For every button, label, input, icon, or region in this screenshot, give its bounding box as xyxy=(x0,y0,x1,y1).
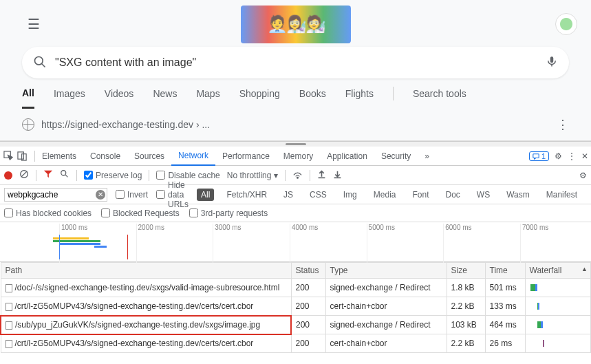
sep xyxy=(149,170,149,181)
type-manifest[interactable]: Manifest xyxy=(542,189,581,201)
device-icon[interactable] xyxy=(17,151,28,162)
svg-rect-14 xyxy=(334,177,341,178)
drag-handle[interactable] xyxy=(0,141,591,147)
type-font[interactable]: Font xyxy=(408,189,433,201)
dttab-console[interactable]: Console xyxy=(83,147,127,165)
table-row[interactable]: /doc/-/s/signed-exchange-testing.dev/sxg… xyxy=(1,279,591,297)
blocked-cookies-checkbox[interactable]: Has blocked cookies xyxy=(4,208,92,218)
svg-point-10 xyxy=(61,171,66,175)
type-css[interactable]: CSS xyxy=(305,189,331,201)
filter-icon[interactable] xyxy=(43,169,53,181)
type-doc[interactable]: Doc xyxy=(441,189,464,201)
search-box[interactable] xyxy=(22,47,569,78)
more-tabs-icon[interactable]: » xyxy=(418,147,436,165)
svg-line-11 xyxy=(65,175,68,178)
sep xyxy=(76,170,77,181)
network-table: Path Status Type Size Time Waterfall▲ /d… xyxy=(0,262,591,353)
table-row[interactable]: /sub/ypu_jZuGukVK/s/signed-exchange-test… xyxy=(1,316,591,334)
close-icon[interactable]: ✕ xyxy=(581,151,588,161)
search-tabs: All Images Videos News Maps Shopping Boo… xyxy=(0,78,591,109)
tab-all[interactable]: All xyxy=(22,87,34,109)
devtools-tabs: Elements Console Sources Network Perform… xyxy=(0,147,591,166)
table-row[interactable]: /crt/l-zG5oMUPv43/s/signed-exchange-test… xyxy=(1,334,591,353)
hide-urls-checkbox[interactable]: Hide data URLs xyxy=(156,180,189,209)
export-icon[interactable] xyxy=(333,170,342,181)
dttab-memory[interactable]: Memory xyxy=(277,147,320,165)
cell-status: 200 xyxy=(291,297,325,316)
avatar[interactable] xyxy=(555,13,577,35)
search-header: ☰ 🧑‍💼👩‍🔬🧑‍🔬 All Images Videos News Maps … xyxy=(0,0,591,141)
kebab-icon[interactable]: ⋮ xyxy=(568,151,576,161)
svg-point-12 xyxy=(297,177,299,178)
tab-maps[interactable]: Maps xyxy=(196,88,219,107)
preserve-log-checkbox[interactable]: Preserve log xyxy=(84,171,142,180)
logo-doodle[interactable]: 🧑‍💼👩‍🔬🧑‍🔬 xyxy=(241,6,351,43)
type-js[interactable]: JS xyxy=(279,189,297,201)
search-icon[interactable] xyxy=(60,169,69,181)
svg-rect-2 xyxy=(550,56,554,63)
cell-type: cert-chain+cbor xyxy=(325,334,447,353)
devtools-panel: Elements Console Sources Network Perform… xyxy=(0,147,591,353)
gear-icon[interactable]: ⚙ xyxy=(579,171,587,180)
filter-input[interactable] xyxy=(4,188,107,202)
disable-cache-checkbox[interactable]: Disable cache xyxy=(156,171,219,180)
type-media[interactable]: Media xyxy=(369,189,400,201)
cell-time: 501 ms xyxy=(485,279,525,297)
tab-books[interactable]: Books xyxy=(299,88,326,107)
tab-videos[interactable]: Videos xyxy=(105,88,134,107)
import-icon[interactable] xyxy=(317,170,326,181)
dttab-network[interactable]: Network xyxy=(171,147,215,166)
mic-icon[interactable] xyxy=(546,55,558,71)
type-img[interactable]: Img xyxy=(339,189,361,201)
tab-news[interactable]: News xyxy=(153,88,177,107)
inspect-icon[interactable] xyxy=(3,151,14,162)
divider xyxy=(393,87,394,100)
tab-images[interactable]: Images xyxy=(54,88,85,107)
clear-filter-icon[interactable]: ✕ xyxy=(96,190,105,200)
cell-waterfall xyxy=(525,297,591,316)
record-button[interactable] xyxy=(4,171,12,180)
search-tools[interactable]: Search tools xyxy=(413,88,466,107)
col-type[interactable]: Type xyxy=(325,263,447,279)
col-waterfall[interactable]: Waterfall▲ xyxy=(525,263,591,279)
cell-time: 133 ms xyxy=(485,297,525,316)
col-size[interactable]: Size xyxy=(447,263,485,279)
network-conditions-icon[interactable] xyxy=(292,169,303,182)
throttling-select[interactable]: No throttling ▾ xyxy=(227,171,279,180)
search-input[interactable] xyxy=(55,56,546,69)
table-row[interactable]: /crt/l-zG5oMUPv43/s/signed-exchange-test… xyxy=(1,297,591,316)
result-url[interactable]: https://signed-exchange-testing.dev › ..… xyxy=(41,119,210,130)
cell-path: /crt/l-zG5oMUPv43/s/signed-exchange-test… xyxy=(1,297,291,316)
table-header-row: Path Status Type Size Time Waterfall▲ xyxy=(1,263,591,279)
col-path[interactable]: Path xyxy=(1,263,291,279)
third-party-checkbox[interactable]: 3rd-party requests xyxy=(189,208,268,218)
tab-flights[interactable]: Flights xyxy=(345,88,374,107)
col-time[interactable]: Time xyxy=(485,263,525,279)
menu-icon[interactable]: ☰ xyxy=(28,16,40,32)
file-icon xyxy=(6,340,12,348)
type-wasm[interactable]: Wasm xyxy=(502,189,534,201)
dttab-application[interactable]: Application xyxy=(320,147,374,165)
cell-path: /doc/-/s/signed-exchange-testing.dev/sxg… xyxy=(1,279,291,297)
timeline-overview[interactable]: 1000 ms 2000 ms 3000 ms 4000 ms 5000 ms … xyxy=(0,222,591,262)
gear-icon[interactable]: ⚙ xyxy=(555,151,562,161)
dttab-elements[interactable]: Elements xyxy=(35,147,83,165)
type-ws[interactable]: WS xyxy=(473,189,494,201)
dttab-security[interactable]: Security xyxy=(374,147,418,165)
file-icon xyxy=(6,321,12,330)
dttab-sources[interactable]: Sources xyxy=(127,147,171,165)
dttab-performance[interactable]: Performance xyxy=(215,147,277,165)
type-all[interactable]: All xyxy=(197,189,214,201)
messages-badge[interactable]: 1 xyxy=(529,151,549,161)
filter-bar: ✕ Invert Hide data URLs All Fetch/XHR JS… xyxy=(0,185,591,204)
invert-checkbox[interactable]: Invert xyxy=(116,190,148,200)
clear-button[interactable] xyxy=(19,169,29,181)
cell-waterfall xyxy=(525,316,591,334)
cell-path: /crt/l-zG5oMUPv43/s/signed-exchange-test… xyxy=(1,334,291,353)
tab-shopping[interactable]: Shopping xyxy=(239,88,280,107)
more-icon[interactable]: ⋮ xyxy=(557,117,569,132)
type-fetch[interactable]: Fetch/XHR xyxy=(222,189,271,201)
col-status[interactable]: Status xyxy=(291,263,325,279)
sep xyxy=(36,170,36,181)
blocked-requests-checkbox[interactable]: Blocked Requests xyxy=(101,208,180,218)
